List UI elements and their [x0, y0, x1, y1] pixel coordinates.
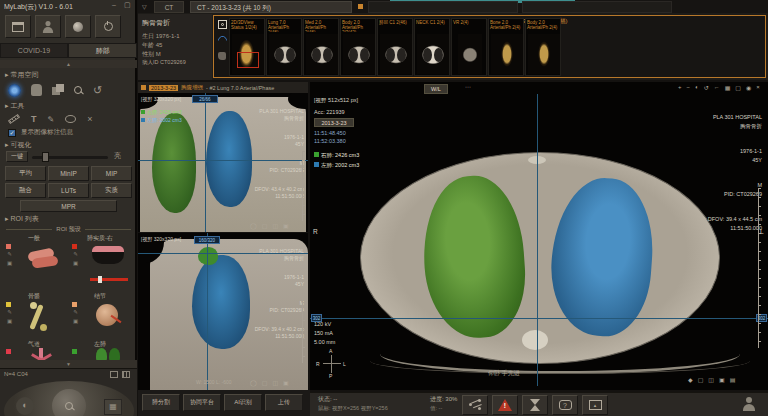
tab-lung[interactable]: 肺部: [68, 43, 137, 58]
reset-rotate-icon[interactable]: ↺: [93, 84, 102, 96]
tab-covid19[interactable]: COVID-19: [0, 43, 68, 58]
ellipse-roi-icon[interactable]: [65, 115, 76, 123]
thumbnail-4[interactable]: Body 2.0 Arterial/Ph 2/3(42): [340, 18, 376, 76]
layers-icon[interactable]: [52, 84, 64, 96]
sagittal-viewport[interactable]: 160/320 [视野 320x320 px] PLA 301 HOSPITAL…: [138, 233, 308, 390]
roi-card-airway[interactable]: 气道: [2, 340, 66, 360]
save-button[interactable]: [5, 15, 31, 38]
thumbnail-3[interactable]: Med 2.0 Arterial/Ph 2(46): [303, 18, 339, 76]
roi-general-swatch[interactable]: [6, 244, 11, 249]
axial-date-chip[interactable]: 2013-3-23: [314, 118, 354, 127]
roi-card-lung-parenchyma-right[interactable]: 肺实质-右 ✎ ▣: [68, 234, 132, 292]
parenchyma-threshold-handle[interactable]: [98, 276, 102, 283]
vis-fusion-button[interactable]: 融合: [5, 183, 46, 198]
ai-detect-button[interactable]: AI识别: [224, 394, 262, 411]
tag-icon[interactable]: [218, 52, 226, 60]
delete-annotation-icon[interactable]: ×: [87, 114, 92, 124]
roi-parenchyma-swatch[interactable]: [72, 244, 77, 249]
screenshot-button[interactable]: ▴: [582, 395, 608, 415]
coronal-crosshair-vertical[interactable]: [205, 93, 206, 232]
warning-button[interactable]: [492, 395, 518, 415]
slider-min-button[interactable]: 一键: [6, 151, 28, 162]
pen-icon[interactable]: ✎: [73, 309, 78, 316]
upload-button[interactable]: 上传: [265, 394, 303, 411]
annotation-checkbox[interactable]: ✓: [8, 129, 16, 137]
tab-ct[interactable]: CT: [154, 1, 184, 13]
vis-parenchyma-button[interactable]: 实质: [91, 183, 132, 198]
roi-card-general[interactable]: 一般 ✎ ▣: [2, 234, 66, 292]
thumbnail-9[interactable]: Body 2.0 Arterial/Ph 2(4): [525, 18, 561, 76]
roi-airway-swatch[interactable]: [6, 349, 11, 354]
pen-icon[interactable]: ✎: [7, 309, 12, 316]
pan-hand-icon[interactable]: [31, 84, 42, 96]
pointer-target-icon[interactable]: [8, 84, 21, 97]
wheel-contrast-button[interactable]: ◐: [16, 397, 34, 415]
axial-viewport[interactable]: 302 302 W/L ⋯ +−◐ ↺←▦ ▢◉× [视野 512x512 px…: [310, 82, 768, 390]
thumbnail-1[interactable]: 2D/3DView Status 1/2(4): [229, 18, 265, 76]
vis-mip-button[interactable]: MIP: [91, 166, 132, 181]
roi-bone-swatch[interactable]: [6, 302, 11, 307]
coronal-viewport[interactable]: 2013-3-23 胸腹增强 - #2 Lung 7.0 Arterial/Ph…: [138, 82, 308, 232]
wifi-transfer-icon[interactable]: [216, 34, 229, 47]
maximize-button[interactable]: ▢: [124, 1, 131, 9]
mpr-button[interactable]: MPR: [20, 200, 117, 212]
parenchyma-threshold-track[interactable]: [90, 278, 128, 281]
thumbnail-8[interactable]: Bone 2.0 Arterial/Ph 2(4): [488, 18, 524, 76]
axial-toolbar-icons[interactable]: +−◐ ↺←▦ ▢◉×: [678, 84, 760, 91]
thumbnail-6[interactable]: NECK C1 2(4): [414, 18, 450, 76]
trackball-button[interactable]: [65, 15, 91, 38]
axial-crosshair-horizontal[interactable]: [310, 318, 768, 319]
opacity-slider-handle[interactable]: [42, 152, 49, 162]
coronal-view-icons[interactable]: ◯▢◫▣: [250, 222, 289, 229]
list-view-icon[interactable]: [110, 371, 118, 378]
roi-left-lung-swatch[interactable]: [72, 349, 77, 354]
lung-segmentation-button[interactable]: 肺分割: [142, 394, 180, 411]
tab-study-active[interactable]: CT - 2013-3-23 (共 10 列): [190, 1, 352, 13]
wheel-zoom-button[interactable]: [52, 389, 86, 416]
visibility-icon[interactable]: ▣: [7, 260, 12, 267]
tab-study-empty-2[interactable]: [522, 1, 672, 13]
pen-icon[interactable]: ✎: [73, 251, 78, 258]
roi-nodule-swatch[interactable]: [72, 302, 77, 307]
visibility-icon[interactable]: ▣: [73, 318, 78, 325]
share-button[interactable]: [462, 395, 488, 415]
coronal-image[interactable]: 26/66 [视野 320x320 px] 右肺: 2426 cm3 左肺: 2…: [138, 93, 308, 232]
navigator-wheel[interactable]: ◐ ▦ ❐: [4, 381, 134, 416]
section-roi-list[interactable]: ▸ ROI 列表: [5, 214, 39, 224]
sagittal-view-icons[interactable]: ◯▢◫▣: [250, 379, 289, 386]
sidebar-collapse-down[interactable]: ▼: [0, 360, 137, 368]
axial-bottom-icons[interactable]: ◆▢◫▣▤: [688, 376, 735, 383]
thumbnail-2[interactable]: Lung 7.0 Arterial/Ph 2(46): [266, 18, 302, 76]
tab-study-empty-1[interactable]: [368, 1, 518, 13]
filter-icon[interactable]: ▽: [142, 3, 147, 10]
pen-icon[interactable]: ✎: [7, 251, 12, 258]
pen-icon[interactable]: ✎: [48, 115, 55, 124]
sidebar-collapse-up[interactable]: ▲: [0, 60, 137, 68]
measure-ruler-icon[interactable]: [8, 114, 20, 124]
collaboration-button[interactable]: 协同平台: [183, 394, 221, 411]
roi-card-left-lung[interactable]: 左肺: [68, 340, 132, 360]
visibility-icon[interactable]: ▣: [73, 260, 78, 267]
vis-mean-button[interactable]: 平均: [5, 166, 46, 181]
thumbnail-5[interactable]: 肺部 C1 2(46): [377, 18, 413, 76]
minimize-button[interactable]: –: [112, 1, 116, 8]
axial-crosshair-vertical[interactable]: [537, 94, 538, 386]
text-annotation-icon[interactable]: T: [31, 114, 37, 124]
power-button[interactable]: [95, 15, 121, 38]
window-level-chip[interactable]: W/L: [424, 84, 448, 94]
user-button[interactable]: [35, 15, 61, 38]
wheel-monitor-button[interactable]: ▦: [104, 399, 122, 415]
help-chat-button[interactable]: ?: [552, 395, 578, 415]
section-tools[interactable]: ▸ 工具: [5, 101, 24, 111]
pending-button[interactable]: [522, 395, 548, 415]
sagittal-crosshair-vertical[interactable]: [207, 233, 208, 390]
more-options-icon[interactable]: ⋯: [465, 83, 471, 90]
section-workspace[interactable]: ▸ 常用空间: [5, 70, 38, 80]
section-visualization[interactable]: ▸ 可视化: [5, 140, 31, 150]
thumbnail-7[interactable]: VR 2(4): [451, 18, 487, 76]
grid-view-icon[interactable]: [122, 371, 130, 378]
visibility-icon[interactable]: ▣: [7, 318, 12, 325]
zoom-icon[interactable]: [74, 86, 83, 95]
vis-minip-button[interactable]: MinIP: [48, 166, 89, 181]
vis-luts-button[interactable]: LUTs: [48, 183, 89, 198]
